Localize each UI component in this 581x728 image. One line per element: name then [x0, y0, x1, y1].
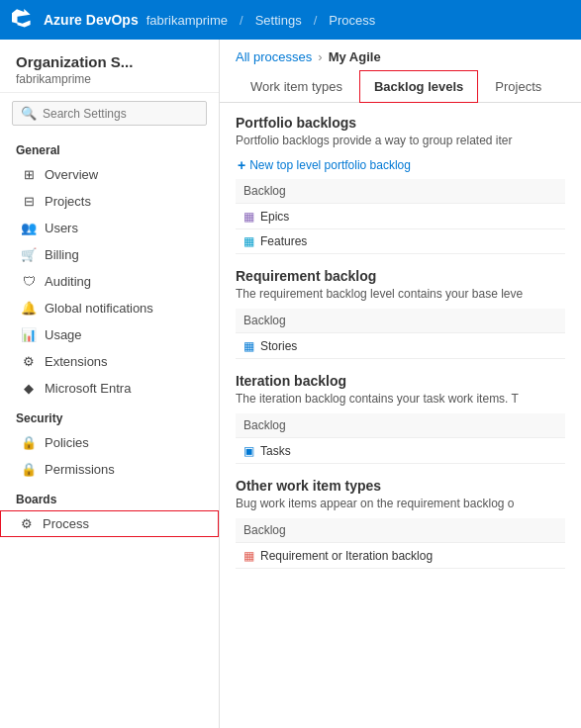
- sidebar-item-label: Process: [43, 516, 89, 531]
- other-work-item-types-title: Other work item types: [236, 478, 565, 494]
- breadcrumb-parent[interactable]: All processes: [236, 49, 312, 64]
- iteration-backlog-label: Backlog: [236, 413, 565, 438]
- billing-icon: 🛒: [21, 247, 37, 262]
- portfolio-backlogs: Portfolio backlogs Portfolio backlogs pr…: [236, 115, 565, 254]
- features-label: Features: [260, 234, 307, 248]
- portfolio-backlog-label: Backlog: [236, 179, 565, 204]
- breadcrumb-arrow: ›: [318, 49, 322, 64]
- epics-label: Epics: [260, 210, 289, 224]
- content-area: All processes › My Agile Work item types…: [220, 40, 581, 728]
- sidebar-item-microsoft-entra[interactable]: ◆ Microsoft Entra: [0, 375, 219, 402]
- usage-icon: 📊: [21, 327, 37, 342]
- list-item[interactable]: ▦ Epics: [236, 205, 565, 229]
- tab-work-item-types[interactable]: Work item types: [236, 70, 357, 103]
- portfolio-backlogs-desc: Portfolio backlogs provide a way to grou…: [236, 134, 565, 147]
- sidebar-item-label: Permissions: [45, 462, 115, 477]
- tab-backlog-levels[interactable]: Backlog levels: [359, 70, 478, 103]
- search-box[interactable]: 🔍: [12, 101, 207, 126]
- org-sub: fabrikamprime: [16, 72, 203, 86]
- req-iteration-icon: ▦: [243, 549, 254, 563]
- search-input[interactable]: [43, 107, 198, 121]
- add-portfolio-label: New top level portfolio backlog: [249, 158, 411, 172]
- sidebar-item-overview[interactable]: ⊞ Overview: [0, 161, 219, 188]
- section-title-boards: Boards: [0, 483, 219, 510]
- portfolio-backlogs-title: Portfolio backlogs: [236, 115, 565, 131]
- nav-sep-1: /: [240, 13, 243, 28]
- req-iteration-label: Requirement or Iteration backlog: [260, 549, 433, 563]
- azure-devops-logo-icon: [12, 8, 32, 33]
- section-title-security: Security: [0, 402, 219, 429]
- search-icon: 🔍: [21, 106, 37, 121]
- epics-icon: ▦: [243, 210, 254, 224]
- sidebar: Organization S... fabrikamprime 🔍 Genera…: [0, 40, 220, 728]
- sidebar-item-extensions[interactable]: ⚙ Extensions: [0, 348, 219, 375]
- iteration-backlog: Iteration backlog The iteration backlog …: [236, 373, 565, 464]
- auditing-icon: 🛡: [21, 274, 37, 289]
- main-layout: Organization S... fabrikamprime 🔍 Genera…: [0, 40, 581, 728]
- breadcrumb: All processes › My Agile: [220, 40, 581, 70]
- requirement-backlog-desc: The requirement backlog level contains y…: [236, 287, 565, 301]
- org-link[interactable]: fabrikamprime: [146, 13, 228, 28]
- other-work-item-types: Other work item types Bug work items app…: [236, 478, 565, 569]
- projects-icon: ⊟: [21, 194, 37, 209]
- nav-sep-2: /: [314, 13, 318, 28]
- extensions-icon: ⚙: [21, 354, 37, 369]
- tasks-label: Tasks: [260, 444, 291, 458]
- portfolio-backlogs-section: Portfolio backlogs Portfolio backlogs pr…: [220, 103, 581, 594]
- sidebar-item-projects[interactable]: ⊟ Projects: [0, 188, 219, 215]
- tab-bar: Work item types Backlog levels Projects: [220, 70, 581, 103]
- iteration-backlog-desc: The iteration backlog contains your task…: [236, 392, 565, 406]
- sidebar-item-label: Global notifications: [45, 301, 153, 316]
- sidebar-item-label: Billing: [45, 247, 79, 262]
- sidebar-item-label: Users: [45, 221, 78, 235]
- sidebar-item-global-notifications[interactable]: 🔔 Global notifications: [0, 295, 219, 321]
- sidebar-item-policies[interactable]: 🔒 Policies: [0, 429, 219, 456]
- sidebar-item-label: Policies: [45, 435, 89, 450]
- other-backlog-label: Backlog: [236, 518, 565, 543]
- notifications-icon: 🔔: [21, 301, 37, 316]
- requirement-backlog-label: Backlog: [236, 309, 565, 333]
- sidebar-item-permissions[interactable]: 🔒 Permissions: [0, 456, 219, 483]
- sidebar-item-process[interactable]: ⚙ Process: [0, 510, 219, 537]
- sidebar-item-users[interactable]: 👥 Users: [0, 215, 219, 241]
- top-nav: Azure DevOps fabrikamprime / Settings / …: [0, 0, 581, 40]
- breadcrumb-current: My Agile: [329, 49, 381, 64]
- org-name: Organization S...: [16, 53, 203, 70]
- permissions-icon: 🔒: [21, 462, 37, 477]
- list-item[interactable]: ▦ Stories: [236, 334, 565, 359]
- sidebar-item-billing[interactable]: 🛒 Billing: [0, 241, 219, 268]
- settings-link[interactable]: Settings: [255, 13, 302, 28]
- policies-icon: 🔒: [21, 435, 37, 450]
- brand-label: Azure DevOps: [44, 12, 139, 28]
- sidebar-item-label: Microsoft Entra: [45, 381, 131, 396]
- sidebar-item-label: Extensions: [45, 354, 108, 369]
- tasks-icon: ▣: [243, 444, 254, 458]
- features-icon: ▦: [243, 234, 254, 248]
- process-link[interactable]: Process: [329, 13, 375, 28]
- sidebar-item-label: Projects: [45, 194, 91, 209]
- requirement-backlog: Requirement backlog The requirement back…: [236, 268, 565, 359]
- add-portfolio-backlog-button[interactable]: + New top level portfolio backlog: [236, 155, 565, 179]
- sidebar-item-auditing[interactable]: 🛡 Auditing: [0, 268, 219, 295]
- tab-projects[interactable]: Projects: [480, 70, 556, 103]
- requirement-backlog-title: Requirement backlog: [236, 268, 565, 284]
- entra-icon: ◆: [21, 381, 37, 396]
- sidebar-item-label: Overview: [45, 167, 98, 182]
- iteration-backlog-title: Iteration backlog: [236, 373, 565, 389]
- org-header: Organization S... fabrikamprime: [0, 40, 219, 93]
- list-item[interactable]: ▣ Tasks: [236, 439, 565, 464]
- list-item[interactable]: ▦ Requirement or Iteration backlog: [236, 544, 565, 569]
- other-work-item-types-desc: Bug work items appear on the requirement…: [236, 497, 565, 510]
- sidebar-item-usage[interactable]: 📊 Usage: [0, 321, 219, 348]
- stories-label: Stories: [260, 339, 297, 353]
- overview-icon: ⊞: [21, 167, 37, 182]
- list-item[interactable]: ▦ Features: [236, 229, 565, 254]
- sidebar-item-label: Auditing: [45, 274, 91, 289]
- sidebar-item-label: Usage: [45, 327, 82, 342]
- add-icon: +: [238, 157, 245, 173]
- section-title-general: General: [0, 134, 219, 161]
- users-icon: 👥: [21, 221, 37, 235]
- process-nav-icon: ⚙: [19, 516, 35, 531]
- stories-icon: ▦: [243, 339, 254, 353]
